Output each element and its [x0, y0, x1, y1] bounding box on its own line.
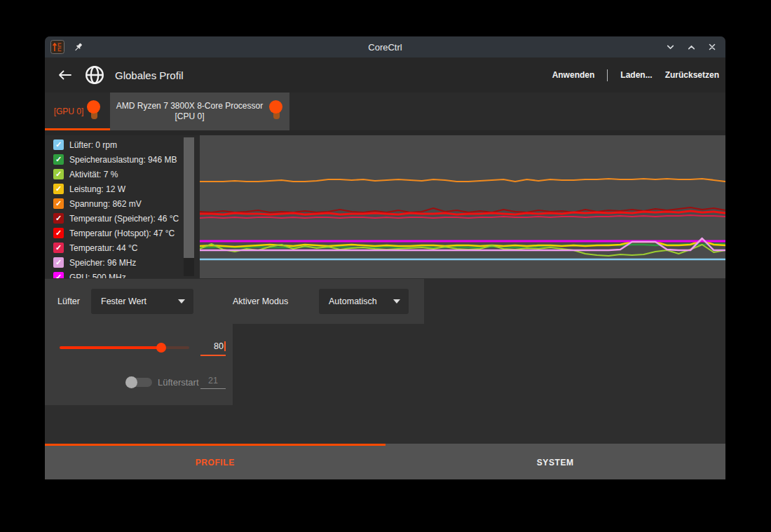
sensor-graph-svg [200, 135, 725, 278]
load-button[interactable]: Laden... [620, 70, 652, 80]
fan-speed-slider[interactable] [60, 346, 189, 349]
sensor-scrollbar[interactable] [184, 137, 194, 276]
header: Globales Profil Anwenden Laden... Zurück… [45, 57, 725, 93]
fan-start-label: Lüfterstart [158, 376, 199, 388]
titlebar: CoreCtrl [45, 36, 725, 57]
sensor-panel: ✓Lüfter: 0 rpm✓Speicherauslastung: 946 M… [45, 135, 200, 278]
sensor-label: Temperatur (Speicher): 46 °C [69, 214, 179, 224]
text-cursor [224, 341, 226, 351]
active-tab-indicator [45, 128, 110, 130]
sensor-item: ✓Temperatur: 44 °C [45, 240, 200, 255]
corectrl-window: CoreCtrl Glob [45, 36, 725, 479]
slider-fill [60, 346, 161, 349]
sensor-pin-icon [87, 99, 101, 124]
sensor-label: Temperatur (Hotspot): 47 °C [69, 229, 175, 238]
toggle-knob [125, 376, 137, 388]
chart-line-temperatur [200, 215, 725, 218]
performance-mode-dropdown[interactable]: Automatisch [319, 289, 409, 314]
header-actions: Anwenden Laden... Zurücksetzen [552, 69, 725, 81]
scrollbar-thumb[interactable] [184, 137, 194, 258]
performance-mode-value: Automatisch [329, 296, 393, 306]
back-button[interactable] [55, 67, 74, 83]
footer-tabbar: PROFILE SYSTEM [45, 444, 725, 479]
sensor-item: ✓Speicher: 96 MHz [45, 255, 200, 270]
sensor-checkbox[interactable]: ✓ [53, 243, 64, 253]
sensor-checkbox[interactable]: ✓ [53, 154, 64, 165]
device-tabstrip: [GPU 0] AMD Ryzen 7 3800X 8-Core Process… [45, 93, 725, 130]
reset-button[interactable]: Zurücksetzen [665, 70, 719, 80]
sensor-list: ✓Lüfter: 0 rpm✓Speicherauslastung: 946 M… [45, 135, 200, 278]
fan-control-panel: Lüfter Fester Wert 80 Lüfterstart [45, 279, 233, 405]
sensor-item: ✓Spannung: 862 mV [45, 196, 200, 211]
fan-speed-input[interactable]: 80 [200, 338, 226, 356]
sensor-item: ✓Temperatur (Hotspot): 47 °C [45, 226, 200, 240]
controls-area: Lüfter Fester Wert 80 Lüfterstart [45, 278, 725, 444]
sensor-label: Temperatur: 44 °C [69, 243, 138, 253]
sensor-label: GPU: 500 MHz [69, 273, 126, 279]
sensor-label: Speicherauslastung: 946 MB [69, 155, 177, 165]
tab-gpu0[interactable]: [GPU 0] [45, 93, 110, 130]
sensor-item: ✓Speicherauslastung: 946 MB [45, 152, 200, 167]
close-icon[interactable] [707, 43, 717, 51]
globe-icon [84, 64, 105, 86]
performance-mode-label: Aktiver Modus [233, 279, 288, 324]
fan-group-label: Lüfter [57, 289, 80, 314]
sensor-checkbox[interactable]: ✓ [53, 213, 64, 224]
sensor-item: ✓Lüfter: 0 rpm [45, 137, 200, 152]
pushpin-icon[interactable] [73, 42, 83, 53]
sensor-label: Spannung: 862 mV [69, 199, 142, 209]
sensor-label: Lüfter: 0 rpm [69, 140, 117, 150]
chart-line-spannung [200, 179, 725, 182]
tab-system[interactable]: SYSTEM [386, 444, 726, 479]
sensor-item: ✓GPU: 500 MHz [45, 270, 200, 278]
window-controls [665, 43, 725, 51]
monitor-area: ✓Lüfter: 0 rpm✓Speicherauslastung: 946 M… [45, 135, 725, 278]
fan-start-input[interactable]: 21 [200, 373, 226, 389]
page-title: Globales Profil [115, 69, 184, 81]
maximize-icon[interactable] [686, 43, 696, 51]
sensor-checkbox[interactable]: ✓ [53, 198, 64, 209]
tab-cpu0[interactable]: AMD Ryzen 7 3800X 8-Core Processor[CPU 0… [110, 93, 289, 130]
sensor-checkbox[interactable]: ✓ [53, 257, 64, 268]
window-title: CoreCtrl [45, 42, 725, 53]
slider-thumb[interactable] [156, 343, 166, 353]
sensor-pin-icon [269, 99, 283, 124]
titlebar-left [45, 40, 83, 54]
fan-mode-dropdown[interactable]: Fester Wert [91, 289, 193, 314]
sensor-graph [200, 135, 725, 278]
sensor-checkbox[interactable]: ✓ [53, 228, 64, 238]
fan-mode-value: Fester Wert [101, 296, 178, 306]
performance-mode-panel: Aktiver Modus Automatisch [226, 279, 424, 324]
screenshot-stage: CoreCtrl Glob [0, 0, 771, 532]
sensor-checkbox[interactable]: ✓ [53, 184, 64, 194]
sensor-checkbox[interactable]: ✓ [53, 272, 64, 278]
minimize-icon[interactable] [665, 43, 675, 51]
sensor-item: ✓Aktivität: 7 % [45, 167, 200, 182]
tab-profile[interactable]: PROFILE [45, 444, 386, 479]
app-logo-icon[interactable] [50, 40, 64, 54]
sensor-label: Aktivität: 7 % [69, 170, 118, 179]
sensor-label: Leistung: 12 W [69, 184, 125, 194]
actions-divider [607, 69, 608, 81]
fan-start-toggle[interactable] [125, 376, 152, 388]
sensor-checkbox[interactable]: ✓ [53, 169, 64, 179]
sensor-label: Speicher: 96 MHz [69, 258, 136, 268]
chevron-down-icon [178, 299, 185, 303]
chevron-down-icon [393, 299, 400, 303]
tab-cpu0-label: AMD Ryzen 7 3800X 8-Core Processor[CPU 0… [116, 101, 263, 122]
apply-button[interactable]: Anwenden [552, 70, 595, 80]
sensor-item: ✓Leistung: 12 W [45, 182, 200, 196]
sensor-checkbox[interactable]: ✓ [53, 139, 64, 150]
sensor-item: ✓Temperatur (Speicher): 46 °C [45, 211, 200, 226]
tab-gpu0-label: [GPU 0] [54, 107, 84, 116]
